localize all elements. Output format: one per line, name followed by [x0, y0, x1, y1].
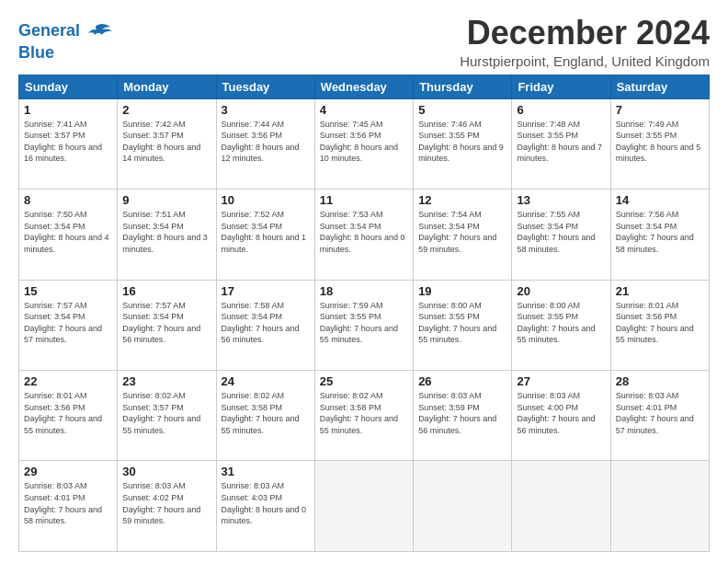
- day-number: 6: [517, 103, 605, 117]
- day-info: Sunrise: 7:57 AMSunset: 3:54 PMDaylight:…: [122, 300, 210, 346]
- calendar-header-tuesday: Tuesday: [216, 75, 314, 98]
- day-info: Sunrise: 7:56 AMSunset: 3:54 PMDaylight:…: [616, 209, 704, 255]
- calendar-cell: 28Sunrise: 8:03 AMSunset: 4:01 PMDayligh…: [610, 371, 709, 461]
- month-title: December 2024: [460, 15, 710, 52]
- day-number: 7: [616, 103, 704, 117]
- calendar-cell: 7Sunrise: 7:49 AMSunset: 3:55 PMDaylight…: [610, 98, 709, 189]
- calendar-cell: 13Sunrise: 7:55 AMSunset: 3:54 PMDayligh…: [512, 190, 610, 280]
- day-info: Sunrise: 8:02 AMSunset: 3:57 PMDaylight:…: [122, 390, 210, 436]
- day-number: 15: [24, 284, 112, 298]
- day-info: Sunrise: 8:01 AMSunset: 3:56 PMDaylight:…: [616, 300, 704, 346]
- header: General Blue December 2024 Hurstpierpoin…: [18, 15, 710, 69]
- logo-text-blue: Blue: [18, 44, 112, 63]
- calendar-cell: 14Sunrise: 7:56 AMSunset: 3:54 PMDayligh…: [610, 190, 709, 280]
- calendar-cell: [314, 461, 413, 552]
- day-info: Sunrise: 7:48 AMSunset: 3:55 PMDaylight:…: [517, 119, 605, 165]
- calendar-cell: 9Sunrise: 7:51 AMSunset: 3:54 PMDaylight…: [118, 190, 216, 280]
- calendar-week-row: 8Sunrise: 7:50 AMSunset: 3:54 PMDaylight…: [19, 190, 710, 280]
- calendar-cell: 25Sunrise: 8:02 AMSunset: 3:58 PMDayligh…: [314, 371, 413, 461]
- calendar-table: SundayMondayTuesdayWednesdayThursdayFrid…: [18, 75, 710, 552]
- day-number: 3: [222, 103, 310, 117]
- calendar-header-thursday: Thursday: [414, 75, 512, 98]
- day-number: 20: [517, 284, 605, 298]
- day-number: 18: [320, 284, 408, 298]
- day-info: Sunrise: 8:00 AMSunset: 3:55 PMDaylight:…: [517, 300, 605, 346]
- subtitle: Hurstpierpoint, England, United Kingdom: [460, 53, 710, 69]
- calendar-cell: 31Sunrise: 8:03 AMSunset: 4:03 PMDayligh…: [216, 461, 314, 552]
- day-number: 30: [122, 465, 210, 478]
- day-info: Sunrise: 7:45 AMSunset: 3:56 PMDaylight:…: [320, 119, 408, 165]
- day-number: 11: [320, 193, 408, 207]
- day-number: 27: [517, 374, 605, 388]
- day-number: 31: [222, 465, 310, 478]
- calendar-header-row: SundayMondayTuesdayWednesdayThursdayFrid…: [19, 75, 710, 98]
- day-number: 14: [616, 193, 704, 207]
- day-info: Sunrise: 8:03 AMSunset: 4:01 PMDaylight:…: [616, 390, 704, 436]
- calendar-cell: [610, 461, 709, 552]
- day-info: Sunrise: 7:52 AMSunset: 3:54 PMDaylight:…: [222, 209, 310, 255]
- day-number: 13: [517, 193, 605, 207]
- calendar-cell: 10Sunrise: 7:52 AMSunset: 3:54 PMDayligh…: [216, 190, 314, 280]
- calendar-cell: 2Sunrise: 7:42 AMSunset: 3:57 PMDaylight…: [118, 98, 216, 189]
- calendar-cell: 6Sunrise: 7:48 AMSunset: 3:55 PMDaylight…: [512, 98, 610, 189]
- calendar-cell: 26Sunrise: 8:03 AMSunset: 3:59 PMDayligh…: [414, 371, 512, 461]
- day-info: Sunrise: 7:54 AMSunset: 3:54 PMDaylight:…: [418, 209, 506, 255]
- day-info: Sunrise: 8:02 AMSunset: 3:58 PMDaylight:…: [320, 390, 408, 436]
- day-number: 21: [616, 284, 704, 298]
- day-number: 1: [24, 103, 112, 117]
- day-info: Sunrise: 7:58 AMSunset: 3:54 PMDaylight:…: [222, 300, 310, 346]
- day-info: Sunrise: 8:03 AMSunset: 4:03 PMDaylight:…: [222, 480, 310, 526]
- calendar-week-row: 1Sunrise: 7:41 AMSunset: 3:57 PMDaylight…: [19, 98, 710, 189]
- calendar-cell: 15Sunrise: 7:57 AMSunset: 3:54 PMDayligh…: [19, 280, 118, 370]
- logo-text-general: General: [18, 21, 80, 40]
- day-info: Sunrise: 8:03 AMSunset: 3:59 PMDaylight:…: [418, 390, 506, 436]
- day-info: Sunrise: 8:01 AMSunset: 3:56 PMDaylight:…: [24, 390, 112, 436]
- day-info: Sunrise: 7:42 AMSunset: 3:57 PMDaylight:…: [122, 119, 210, 165]
- calendar-cell: 19Sunrise: 8:00 AMSunset: 3:55 PMDayligh…: [414, 280, 512, 370]
- calendar-cell: 16Sunrise: 7:57 AMSunset: 3:54 PMDayligh…: [118, 280, 216, 370]
- calendar-cell: 4Sunrise: 7:45 AMSunset: 3:56 PMDaylight…: [314, 98, 413, 189]
- calendar-cell: 20Sunrise: 8:00 AMSunset: 3:55 PMDayligh…: [512, 280, 610, 370]
- calendar-cell: 23Sunrise: 8:02 AMSunset: 3:57 PMDayligh…: [118, 371, 216, 461]
- day-info: Sunrise: 7:59 AMSunset: 3:55 PMDaylight:…: [320, 300, 408, 346]
- calendar-cell: 22Sunrise: 8:01 AMSunset: 3:56 PMDayligh…: [19, 371, 118, 461]
- calendar-header-saturday: Saturday: [610, 75, 709, 98]
- day-info: Sunrise: 8:03 AMSunset: 4:02 PMDaylight:…: [122, 480, 210, 526]
- day-number: 28: [616, 374, 704, 388]
- calendar-cell: 5Sunrise: 7:46 AMSunset: 3:55 PMDaylight…: [414, 98, 512, 189]
- calendar-week-row: 15Sunrise: 7:57 AMSunset: 3:54 PMDayligh…: [19, 280, 710, 370]
- day-number: 23: [122, 374, 210, 388]
- logo-bird-icon: [86, 18, 112, 44]
- calendar-cell: [414, 461, 512, 552]
- calendar-cell: 21Sunrise: 8:01 AMSunset: 3:56 PMDayligh…: [610, 280, 709, 370]
- day-info: Sunrise: 7:51 AMSunset: 3:54 PMDaylight:…: [122, 209, 210, 255]
- day-info: Sunrise: 8:00 AMSunset: 3:55 PMDaylight:…: [418, 300, 506, 346]
- day-number: 16: [122, 284, 210, 298]
- calendar-cell: 11Sunrise: 7:53 AMSunset: 3:54 PMDayligh…: [314, 190, 413, 280]
- title-section: December 2024 Hurstpierpoint, England, U…: [460, 15, 710, 69]
- calendar-cell: 18Sunrise: 7:59 AMSunset: 3:55 PMDayligh…: [314, 280, 413, 370]
- day-info: Sunrise: 7:41 AMSunset: 3:57 PMDaylight:…: [24, 119, 112, 165]
- calendar-cell: 24Sunrise: 8:02 AMSunset: 3:58 PMDayligh…: [216, 371, 314, 461]
- calendar-cell: 29Sunrise: 8:03 AMSunset: 4:01 PMDayligh…: [19, 461, 118, 552]
- calendar-header-sunday: Sunday: [19, 75, 118, 98]
- day-number: 4: [320, 103, 408, 117]
- day-number: 9: [122, 193, 210, 207]
- day-info: Sunrise: 7:44 AMSunset: 3:56 PMDaylight:…: [222, 119, 310, 165]
- day-info: Sunrise: 7:49 AMSunset: 3:55 PMDaylight:…: [616, 119, 704, 165]
- logo: General Blue: [18, 18, 112, 63]
- day-number: 29: [24, 465, 112, 478]
- calendar-cell: 27Sunrise: 8:03 AMSunset: 4:00 PMDayligh…: [512, 371, 610, 461]
- day-info: Sunrise: 7:55 AMSunset: 3:54 PMDaylight:…: [517, 209, 605, 255]
- day-info: Sunrise: 7:46 AMSunset: 3:55 PMDaylight:…: [418, 119, 506, 165]
- day-number: 22: [24, 374, 112, 388]
- calendar-cell: 12Sunrise: 7:54 AMSunset: 3:54 PMDayligh…: [414, 190, 512, 280]
- page: General Blue December 2024 Hurstpierpoin…: [0, 0, 728, 563]
- day-number: 2: [122, 103, 210, 117]
- day-number: 8: [24, 193, 112, 207]
- calendar-week-row: 22Sunrise: 8:01 AMSunset: 3:56 PMDayligh…: [19, 371, 710, 461]
- calendar-header-friday: Friday: [512, 75, 610, 98]
- day-number: 26: [418, 374, 506, 388]
- calendar-cell: 3Sunrise: 7:44 AMSunset: 3:56 PMDaylight…: [216, 98, 314, 189]
- day-number: 10: [222, 193, 310, 207]
